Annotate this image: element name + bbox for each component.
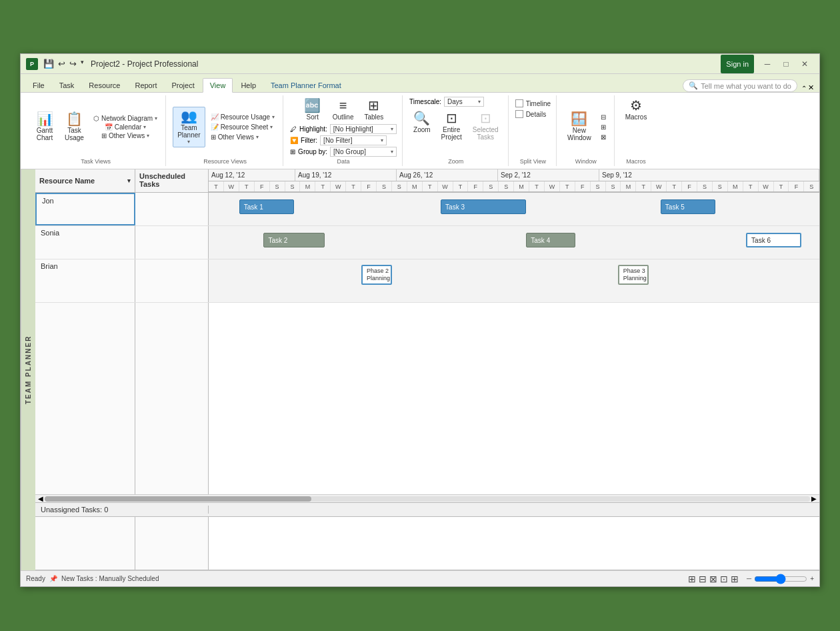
day-t7: T (529, 181, 545, 191)
zoom-plus[interactable]: + (810, 575, 814, 582)
task-usage-button[interactable]: 📋 Task Usage (61, 110, 88, 143)
customize-icon[interactable]: ▾ (79, 59, 85, 69)
tab-file[interactable]: File (26, 79, 51, 92)
tab-task[interactable]: Task (53, 79, 81, 92)
sign-in-button[interactable]: Sign in (721, 55, 754, 73)
gantt-chart-button[interactable]: 📊 Gantt Chart (31, 110, 58, 143)
arrange-all-button[interactable]: ⊟ (598, 113, 609, 121)
week-aug26: Aug 26, '12 (397, 169, 498, 181)
task-bar-phase3[interactable]: Phase 3 Planning (618, 265, 649, 285)
calendar-button[interactable]: 📅 Calendar ▾ (102, 123, 149, 131)
day-f5: F (682, 181, 697, 191)
timeline-checkbox[interactable] (515, 99, 523, 107)
team-planner-button[interactable]: 👥 Team Planner ▾ (173, 107, 205, 147)
group-by-dropdown[interactable]: [No Group] ▾ (330, 147, 397, 157)
timeline-header: Aug 12, '12 Aug 19, '12 Aug 26, '12 Sep … (209, 169, 819, 192)
planner-area: Resource Name ▾ Unscheduled Tasks Aug 12… (35, 169, 819, 570)
task-bar-task6[interactable]: Task 6 (746, 233, 801, 247)
highlight-dropdown[interactable]: [No Highlight] ▾ (330, 124, 397, 134)
zoom-minus[interactable]: ─ (747, 575, 751, 582)
task-bar-phase2[interactable]: Phase 2 Planning (361, 265, 392, 285)
day-t4: T (346, 181, 361, 191)
resource-usage-icon: 📈 (211, 113, 219, 121)
network-diagram-button[interactable]: ⬡ Network Diagram ▾ (91, 114, 160, 123)
week-aug12: Aug 12, '12 (209, 169, 295, 181)
tab-view[interactable]: View (203, 78, 233, 93)
resource-usage-button[interactable]: 📈 Resource Usage ▾ (208, 113, 277, 121)
task-bar-task2[interactable]: Task 2 (263, 233, 325, 247)
task-bar-task5[interactable]: Task 5 (661, 199, 715, 214)
unassigned-label: Unassigned Tasks: 0 (35, 506, 209, 514)
undo-icon[interactable]: ↩ (57, 59, 67, 69)
zoom-slider[interactable] (754, 574, 807, 584)
group-by-row: ⊞ Group by: [No Group] ▾ (290, 147, 397, 157)
ribbon-minimize-button[interactable]: ⌃ (801, 85, 807, 92)
scroll-left-button[interactable]: ◀ (37, 495, 45, 502)
scrollbar-thumb[interactable] (45, 496, 311, 502)
day-s5: S (483, 181, 499, 191)
macros-button[interactable]: ⚙ Macros (621, 97, 651, 123)
outline-button[interactable]: ≡ Outline (329, 97, 358, 123)
task-views-sub: ⬡ Network Diagram ▾ 📅 Calendar ▾ ⊞ Other… (91, 114, 160, 140)
empty-unscheduled-col (135, 303, 209, 494)
resource-name-brian: Brian (35, 259, 135, 302)
data-combos: 🖊 Highlight: [No Highlight] ▾ 🔽 Filter: … (290, 124, 397, 157)
day-m1: M (300, 181, 315, 191)
team-view-icon[interactable]: ⊠ (709, 574, 717, 584)
day-s4: S (392, 181, 407, 191)
hide-button[interactable]: ⊞ (598, 123, 609, 131)
sort-button[interactable]: 🔤 Sort (299, 97, 326, 123)
redo-icon[interactable]: ↪ (68, 59, 78, 69)
tab-help[interactable]: Help (234, 79, 263, 92)
entire-project-button[interactable]: ⊡ Entire Project (437, 109, 466, 143)
other-views-task-button[interactable]: ⊞ Other Views ▾ (99, 131, 152, 140)
day-s1: S (270, 181, 285, 191)
split-view-icon[interactable]: ⊞ (731, 574, 739, 584)
zoom-button[interactable]: 🔍 Zoom (409, 109, 435, 143)
task-bar-task4[interactable]: Task 4 (526, 233, 575, 247)
gantt-view-icon[interactable]: ⊞ (688, 574, 696, 584)
other-views-resource-icon: ⊞ (211, 133, 216, 141)
switch-windows-button[interactable]: ⊠ (598, 133, 609, 141)
task-bar-task3[interactable]: Task 3 (441, 199, 526, 214)
unassigned-name-col (35, 517, 135, 570)
new-window-button[interactable]: 🪟 New Window (563, 110, 595, 143)
day-f6: F (789, 181, 804, 191)
horizontal-scrollbar[interactable]: ◀ ▶ (35, 494, 819, 502)
tab-team-planner-format[interactable]: Team Planner Format (264, 79, 348, 92)
day-f4: F (575, 181, 591, 191)
save-icon[interactable]: 💾 (42, 59, 55, 69)
calendar-arrow: ▾ (143, 124, 146, 130)
task-bar-task1[interactable]: Task 1 (239, 199, 294, 214)
details-label: Details (526, 111, 547, 118)
scroll-right-button[interactable]: ▶ (810, 495, 818, 502)
zoom-buttons: 🔍 Zoom ⊡ Entire Project ⊡ Selected Tasks (409, 109, 503, 143)
timescale-dropdown[interactable]: Days ▾ (444, 97, 484, 107)
tab-project[interactable]: Project (165, 79, 201, 92)
resource-sheet-arrow: ▾ (270, 124, 273, 130)
resource-view-icon[interactable]: ⊡ (720, 574, 728, 584)
task-view-icon[interactable]: ⊟ (699, 574, 707, 584)
resource-sheet-button[interactable]: 📝 Resource Sheet ▾ (208, 123, 277, 131)
scrollbar-track[interactable] (45, 496, 810, 502)
tables-button[interactable]: ⊞ Tables (360, 97, 387, 123)
details-checkbox[interactable] (515, 110, 523, 118)
filter-dropdown[interactable]: [No Filter] ▾ (320, 135, 387, 145)
outline-icon: ≡ (339, 99, 347, 112)
search-box[interactable]: 🔍 Tell me what you want to do (683, 79, 797, 92)
team-planner-icon: 👥 (181, 109, 197, 123)
timeline-jon: Task 1 Task 3 Task 5 (209, 193, 819, 225)
new-tasks-text: New Tasks : Manually Scheduled (61, 575, 159, 582)
empty-timeline-col (209, 303, 819, 494)
close-button[interactable]: ✕ (795, 55, 814, 73)
selected-tasks-button[interactable]: ⊡ Selected Tasks (469, 109, 503, 143)
tab-resource[interactable]: Resource (82, 79, 127, 92)
day-t3: T (315, 181, 331, 191)
minimize-button[interactable]: ─ (758, 55, 777, 73)
arrange-icon: ⊟ (601, 113, 606, 121)
ribbon-close-button[interactable]: ✕ (808, 83, 814, 92)
other-views-resource-button[interactable]: ⊞ Other Views ▾ (208, 133, 277, 141)
day-t11: T (743, 181, 759, 191)
tab-report[interactable]: Report (128, 79, 163, 92)
maximize-button[interactable]: □ (777, 55, 795, 73)
